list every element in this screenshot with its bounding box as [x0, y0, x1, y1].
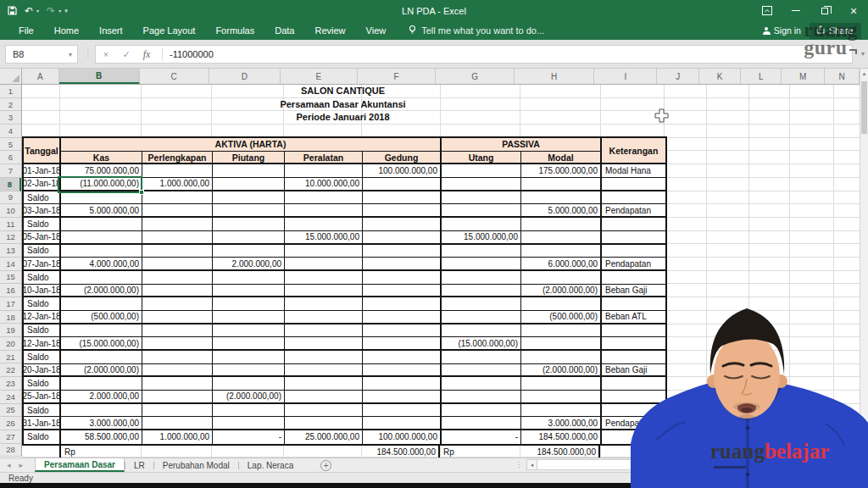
- cell-H25[interactable]: [521, 404, 602, 418]
- cell-C15[interactable]: [142, 271, 213, 285]
- ribbon-tab-file[interactable]: File: [8, 21, 44, 40]
- row-header-18[interactable]: 18: [0, 311, 21, 324]
- cell-D23[interactable]: [213, 377, 285, 391]
- cell-B26[interactable]: 3.000.000,00: [61, 417, 142, 430]
- cell-I28[interactable]: [600, 446, 664, 458]
- cell-D20[interactable]: [213, 337, 285, 351]
- cell-D7[interactable]: [213, 164, 285, 178]
- cell-G14[interactable]: [442, 258, 521, 271]
- row-header-22[interactable]: 22: [0, 363, 21, 377]
- cell-H18[interactable]: (500.000,00): [521, 311, 602, 324]
- row-header-12[interactable]: 12: [0, 231, 21, 245]
- cell-G26[interactable]: [442, 417, 521, 430]
- row-header-2[interactable]: 2: [0, 98, 21, 112]
- cell-G8[interactable]: [442, 178, 521, 191]
- cell-I22[interactable]: Beban Gaji: [602, 364, 665, 378]
- sheet-tab-lr[interactable]: LR: [125, 458, 153, 472]
- cell-A11[interactable]: Saldo: [24, 218, 61, 231]
- cell-A27[interactable]: Saldo: [24, 430, 61, 444]
- cell-D27[interactable]: -: [213, 430, 285, 444]
- cell-E27[interactable]: 25.000.000,00: [285, 430, 363, 444]
- cell-G28[interactable]: Rp: [440, 446, 520, 458]
- cell-F23[interactable]: [363, 377, 442, 391]
- cell-E22[interactable]: [285, 364, 363, 378]
- cell-G9[interactable]: [442, 191, 521, 205]
- cell-E18[interactable]: [285, 311, 363, 324]
- cell-B19[interactable]: [61, 324, 142, 338]
- cell-C25[interactable]: [142, 404, 213, 418]
- cell-H22[interactable]: (2.000.000,00): [521, 364, 602, 378]
- next-sheet-icon[interactable]: ▸: [19, 461, 24, 469]
- cell-A12[interactable]: 05-Jan-18: [24, 231, 61, 245]
- column-header-L[interactable]: L: [741, 69, 782, 84]
- redo-icon[interactable]: ↷: [47, 6, 55, 16]
- column-header-J[interactable]: J: [657, 69, 699, 84]
- expand-formula-bar-icon[interactable]: ▾: [861, 50, 865, 58]
- cell-I20[interactable]: [602, 337, 665, 351]
- cell-D22[interactable]: [213, 364, 285, 378]
- cell-C9[interactable]: [142, 191, 213, 205]
- cell-G17[interactable]: [442, 297, 521, 311]
- horizontal-scrollbar-track[interactable]: [537, 459, 637, 470]
- cell-D21[interactable]: [213, 351, 285, 364]
- row-header-17[interactable]: 17: [0, 297, 21, 311]
- select-all-corner[interactable]: [0, 69, 22, 85]
- cell-D24[interactable]: (2.000.000,00): [213, 391, 285, 404]
- share-button[interactable]: Share: [810, 23, 861, 39]
- enter-icon[interactable]: ✓: [116, 49, 136, 60]
- sheet-tab-lap-neraca[interactable]: Lap. Neraca: [239, 458, 302, 472]
- customize-qat-icon[interactable]: ▾: [64, 8, 68, 14]
- cell-E8[interactable]: 10.000.000,00: [285, 178, 363, 191]
- cell-H24[interactable]: [521, 391, 602, 404]
- column-header-C[interactable]: C: [140, 69, 209, 84]
- cell-A9[interactable]: Saldo: [24, 191, 61, 205]
- cell-I19[interactable]: [602, 324, 665, 338]
- row-header-23[interactable]: 23: [0, 377, 21, 391]
- cell-G20[interactable]: (15.000.000,00): [442, 337, 521, 351]
- cell-I26[interactable]: Pendapatan: [602, 417, 665, 430]
- cell-A14[interactable]: 07-Jan-18: [24, 258, 61, 271]
- cell-D19[interactable]: [213, 324, 285, 338]
- cell-E17[interactable]: [285, 297, 363, 311]
- cell-H28[interactable]: 184.500.000,00: [520, 446, 600, 458]
- horizontal-scrollbar[interactable]: ⋮ ◂: [515, 458, 637, 471]
- row-header-7[interactable]: 7: [0, 164, 21, 178]
- cell-A18[interactable]: 12-Jan-18: [24, 311, 61, 324]
- cell-E14[interactable]: [285, 258, 363, 271]
- cell-F8[interactable]: [363, 178, 442, 191]
- name-box-dropdown-icon[interactable]: ▾: [69, 51, 77, 58]
- cell-I9[interactable]: [602, 191, 665, 205]
- cell-E21[interactable]: [285, 351, 363, 364]
- row-header-19[interactable]: 19: [0, 324, 21, 337]
- tell-me-box[interactable]: Tell me what you want to do...: [408, 25, 544, 36]
- cell-G21[interactable]: [442, 351, 521, 364]
- cell-G22[interactable]: [442, 364, 521, 378]
- cell-B12[interactable]: [61, 231, 142, 245]
- cell-B28[interactable]: Rp: [59, 446, 141, 458]
- column-header-D[interactable]: D: [209, 69, 281, 84]
- cell-D26[interactable]: [213, 417, 285, 430]
- row-header-1[interactable]: 1: [0, 85, 21, 98]
- cell-F26[interactable]: [363, 417, 442, 430]
- cell-C27[interactable]: 1.000.000,00: [142, 430, 213, 444]
- row-header-15[interactable]: 15: [0, 271, 21, 285]
- cancel-icon[interactable]: ×: [96, 49, 116, 59]
- close-button[interactable]: ×: [839, 0, 868, 21]
- row-header-28[interactable]: 28: [0, 444, 21, 458]
- column-header-A[interactable]: A: [22, 69, 59, 84]
- cell-C20[interactable]: [142, 337, 213, 351]
- formula-input[interactable]: -11000000: [166, 49, 214, 59]
- cell-C17[interactable]: [142, 297, 213, 311]
- cell-H14[interactable]: 6.000.000,00: [521, 258, 602, 271]
- ribbon-tab-data[interactable]: Data: [264, 21, 304, 40]
- cell-E24[interactable]: [285, 391, 363, 404]
- cell-D16[interactable]: [213, 285, 285, 298]
- cell-B10[interactable]: 5.000.000,00: [61, 204, 142, 218]
- ribbon-tab-formulas[interactable]: Formulas: [205, 21, 264, 40]
- cell-H11[interactable]: [521, 218, 602, 231]
- cell-F25[interactable]: [363, 404, 442, 418]
- cell-G18[interactable]: [442, 311, 521, 324]
- cell-F10[interactable]: [363, 204, 442, 218]
- column-header-G[interactable]: G: [436, 69, 515, 84]
- cell-D9[interactable]: [213, 191, 285, 205]
